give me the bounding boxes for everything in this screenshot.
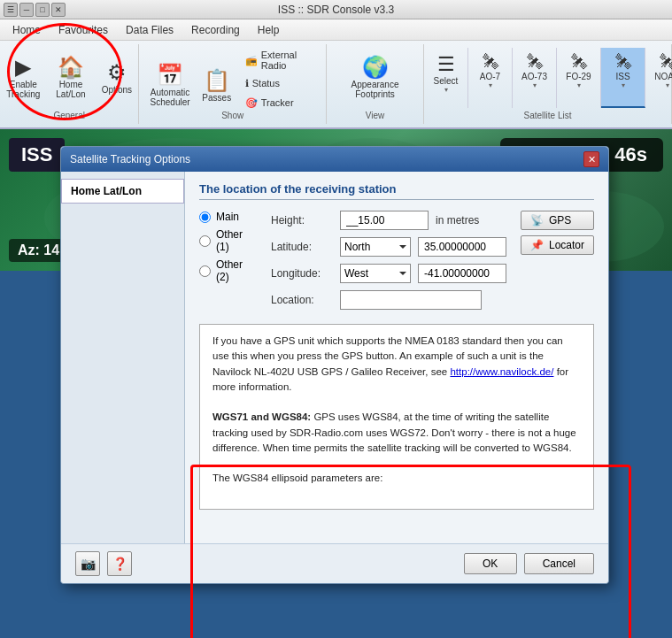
locator-icon: 📌 bbox=[530, 239, 544, 251]
radio-other1-input[interactable] bbox=[199, 235, 211, 247]
dialog-sidebar: Home Lat/Lon bbox=[61, 172, 185, 543]
dialog-overlay: Satellite Tracking Options ✕ Home Lat/Lo… bbox=[0, 0, 672, 638]
radio-main-label: Main bbox=[216, 211, 239, 223]
longitude-input[interactable] bbox=[418, 264, 506, 283]
radio-other2[interactable]: Other (2) bbox=[199, 258, 257, 283]
fields-area: Height: in metres Latitude: North South bbox=[271, 211, 506, 317]
info-text-box: If you have a GPS unit which supports th… bbox=[199, 324, 594, 510]
gps-icon: 📡 bbox=[530, 214, 544, 227]
longitude-row: Longitude: West East bbox=[271, 264, 506, 283]
height-unit: in metres bbox=[436, 214, 479, 227]
cancel-button[interactable]: Cancel bbox=[524, 553, 594, 574]
gps-button[interactable]: 📡 GPS bbox=[521, 211, 594, 230]
ok-button[interactable]: OK bbox=[464, 553, 517, 574]
dialog-close-button[interactable]: ✕ bbox=[583, 151, 599, 167]
radio-other1[interactable]: Other (1) bbox=[199, 228, 257, 253]
longitude-label: Longitude: bbox=[271, 267, 333, 280]
radio-main-input[interactable] bbox=[199, 211, 211, 223]
radio-other2-input[interactable] bbox=[199, 265, 211, 277]
locator-button[interactable]: 📌 Locator bbox=[521, 235, 594, 255]
section-title: The location of the receiving station bbox=[199, 182, 594, 200]
footer-right-buttons: OK Cancel bbox=[464, 553, 594, 574]
dialog-footer: 📷 ❓ OK Cancel bbox=[61, 543, 608, 583]
gps-locator-buttons: 📡 GPS 📌 Locator bbox=[521, 211, 594, 317]
height-row: Height: in metres bbox=[271, 211, 506, 230]
latitude-input[interactable] bbox=[418, 237, 506, 257]
height-input[interactable] bbox=[340, 211, 429, 230]
info-paragraph-1: If you have a GPS unit which supports th… bbox=[212, 334, 581, 395]
radio-main[interactable]: Main bbox=[199, 211, 257, 223]
info-paragraph-3: The WGS84 ellipsoid parameters are: bbox=[212, 471, 581, 486]
locator-label: Locator bbox=[549, 239, 584, 251]
help-icon: ❓ bbox=[112, 557, 127, 571]
location-label: Location: bbox=[271, 294, 333, 306]
form-layout: Main Other (1) Other (2) bbox=[199, 211, 594, 317]
dialog-content: The location of the receiving station Ma… bbox=[185, 172, 608, 543]
height-label: Height: bbox=[271, 214, 333, 227]
radio-other1-label: Other (1) bbox=[216, 228, 257, 253]
latitude-label: Latitude: bbox=[271, 241, 333, 253]
dialog-body: Home Lat/Lon The location of the receivi… bbox=[61, 172, 608, 543]
latitude-direction-select[interactable]: North South bbox=[340, 237, 411, 257]
close-x-icon: ✕ bbox=[588, 154, 596, 165]
satellite-tracking-options-dialog: Satellite Tracking Options ✕ Home Lat/Lo… bbox=[60, 146, 609, 584]
sidebar-item-home-latlon[interactable]: Home Lat/Lon bbox=[61, 179, 184, 204]
location-row: Location: bbox=[271, 290, 506, 310]
camera-button[interactable]: 📷 bbox=[75, 551, 100, 576]
radio-group: Main Other (1) Other (2) bbox=[199, 211, 257, 308]
wgs-bold-text: WGS71 and WGS84: bbox=[212, 411, 311, 422]
camera-icon: 📷 bbox=[81, 557, 96, 571]
footer-left-buttons: 📷 ❓ bbox=[75, 551, 132, 576]
gps-label: GPS bbox=[549, 214, 571, 227]
location-input[interactable] bbox=[340, 290, 482, 310]
latitude-row: Latitude: North South bbox=[271, 237, 506, 257]
info-paragraph-2: WGS71 and WGS84: GPS uses WGS84, at the … bbox=[212, 410, 581, 456]
longitude-direction-select[interactable]: West East bbox=[340, 264, 411, 283]
dialog-title: Satellite Tracking Options bbox=[70, 153, 190, 165]
dialog-titlebar: Satellite Tracking Options ✕ bbox=[61, 147, 608, 172]
radio-other2-label: Other (2) bbox=[216, 258, 257, 283]
navilock-link[interactable]: http://www.navilock.de/ bbox=[450, 366, 553, 377]
help-button[interactable]: ❓ bbox=[107, 551, 132, 576]
